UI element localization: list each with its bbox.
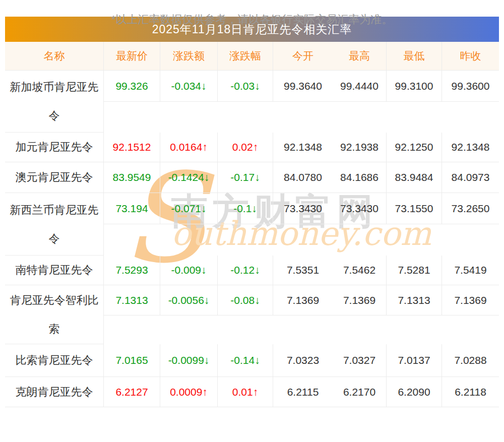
change-percent-cell: -0.1↓ bbox=[218, 193, 273, 224]
prev-close-cell: 73.2650 bbox=[442, 193, 499, 224]
low-cell: 7.5281 bbox=[387, 256, 442, 285]
change-amount-cell: 0.0164↑ bbox=[160, 133, 218, 162]
disclaimer-text: *以上汇率数据仅供参考，请以各银行实际交易汇率为准。 bbox=[0, 12, 504, 27]
change-percent-cell: -0.08↓ bbox=[218, 285, 273, 315]
currency-pair-name: 比索肯尼亚先令 bbox=[5, 344, 104, 377]
table-body: 新加坡币肯尼亚先令99.326-0.034↓-0.03↓99.364099.44… bbox=[5, 71, 499, 407]
column-header-latest: 最新价 bbox=[104, 42, 160, 70]
latest-price-cell: 83.9549 bbox=[104, 162, 160, 193]
table-row: 南特肯尼亚先令7.5293-0.009↓-0.12↓7.53517.54627.… bbox=[5, 256, 499, 285]
prev-close-cell: 6.2118 bbox=[442, 377, 499, 407]
column-header-change-pct: 涨跌幅 bbox=[218, 42, 273, 70]
table-row: 澳元肯尼亚先令83.9549-0.1424↓-0.17↓84.078084.16… bbox=[5, 162, 499, 193]
latest-price-cell: 6.2127 bbox=[104, 377, 160, 407]
currency-pair-name: 南特肯尼亚先令 bbox=[5, 256, 104, 285]
currency-pair-name: 加元肯尼亚先令 bbox=[5, 133, 104, 162]
row-spacer bbox=[104, 102, 499, 133]
change-amount-cell: -0.034↓ bbox=[160, 71, 218, 102]
low-cell: 7.0137 bbox=[387, 344, 442, 377]
high-cell: 6.2170 bbox=[333, 377, 387, 407]
open-cell: 7.0323 bbox=[273, 344, 333, 377]
low-cell: 99.3100 bbox=[387, 71, 442, 102]
high-cell: 7.5462 bbox=[333, 256, 387, 285]
high-cell: 99.4440 bbox=[333, 71, 387, 102]
change-percent-cell: -0.03↓ bbox=[218, 71, 273, 102]
open-cell: 73.3430 bbox=[273, 193, 333, 224]
row-spacer bbox=[104, 224, 499, 256]
change-percent-cell: 0.01↑ bbox=[218, 377, 273, 407]
change-percent-cell: -0.14↓ bbox=[218, 344, 273, 377]
table-row: 克朗肯尼亚先令6.21270.0009↑0.01↑6.21156.21706.2… bbox=[5, 377, 499, 407]
table-row: 新西兰币肯尼亚先令73.194-0.071↓-0.1↓73.343073.343… bbox=[5, 193, 499, 256]
low-cell: 7.1313 bbox=[387, 285, 442, 315]
change-percent-cell: -0.12↓ bbox=[218, 256, 273, 285]
table-row: 比索肯尼亚先令7.0165-0.0099↓-0.14↓7.03237.03277… bbox=[5, 344, 499, 377]
latest-price-cell: 99.326 bbox=[104, 71, 160, 102]
low-cell: 83.9484 bbox=[387, 162, 442, 193]
currency-pair-name: 澳元肯尼亚先令 bbox=[5, 162, 104, 193]
low-cell: 73.1550 bbox=[387, 193, 442, 224]
low-cell: 92.1250 bbox=[387, 133, 442, 162]
change-percent-cell: 0.02↑ bbox=[218, 133, 273, 162]
open-cell: 6.2115 bbox=[273, 377, 333, 407]
high-cell: 73.3430 bbox=[333, 193, 387, 224]
latest-price-cell: 7.1313 bbox=[104, 285, 160, 315]
low-cell: 6.2090 bbox=[387, 377, 442, 407]
high-cell: 84.1686 bbox=[333, 162, 387, 193]
prev-close-cell: 99.3600 bbox=[442, 71, 499, 102]
currency-pair-name: 新加坡币肯尼亚先令 bbox=[5, 71, 104, 133]
column-header-open: 今开 bbox=[273, 42, 333, 70]
latest-price-cell: 92.1512 bbox=[104, 133, 160, 162]
open-cell: 7.5351 bbox=[273, 256, 333, 285]
change-percent-cell: -0.17↓ bbox=[218, 162, 273, 193]
row-spacer bbox=[104, 315, 499, 344]
prev-close-cell: 92.1348 bbox=[442, 133, 499, 162]
rates-table: 2025年11月18日肯尼亚先令相关汇率 名称 最新价 涨跌额 涨跌幅 今开 最… bbox=[5, 17, 499, 407]
change-amount-cell: -0.071↓ bbox=[160, 193, 218, 224]
table-header-row: 名称 最新价 涨跌额 涨跌幅 今开 最高 最低 昨收 bbox=[5, 42, 499, 71]
table-row: 加元肯尼亚先令92.15120.0164↑0.02↑92.134892.1938… bbox=[5, 133, 499, 162]
column-header-high: 最高 bbox=[333, 42, 387, 70]
latest-price-cell: 7.0165 bbox=[104, 344, 160, 377]
table-row: 新加坡币肯尼亚先令99.326-0.034↓-0.03↓99.364099.44… bbox=[5, 71, 499, 133]
column-header-prev-close: 昨收 bbox=[442, 42, 499, 70]
prev-close-cell: 7.1369 bbox=[442, 285, 499, 315]
open-cell: 84.0780 bbox=[273, 162, 333, 193]
latest-price-cell: 7.5293 bbox=[104, 256, 160, 285]
change-amount-cell: 0.0009↑ bbox=[160, 377, 218, 407]
prev-close-cell: 7.5419 bbox=[442, 256, 499, 285]
change-amount-cell: -0.0099↓ bbox=[160, 344, 218, 377]
column-header-change: 涨跌额 bbox=[160, 42, 218, 70]
prev-close-cell: 84.0973 bbox=[442, 162, 499, 193]
currency-pair-name: 克朗肯尼亚先令 bbox=[5, 377, 104, 407]
currency-pair-name: 肯尼亚先令智利比索 bbox=[5, 285, 104, 344]
exchange-rate-page: 2025年11月18日肯尼亚先令相关汇率 名称 最新价 涨跌额 涨跌幅 今开 最… bbox=[0, 0, 504, 442]
change-amount-cell: -0.009↓ bbox=[160, 256, 218, 285]
column-header-name: 名称 bbox=[5, 42, 104, 70]
change-amount-cell: -0.0056↓ bbox=[160, 285, 218, 315]
high-cell: 7.0327 bbox=[333, 344, 387, 377]
open-cell: 99.3640 bbox=[273, 71, 333, 102]
high-cell: 7.1369 bbox=[333, 285, 387, 315]
change-amount-cell: -0.1424↓ bbox=[160, 162, 218, 193]
open-cell: 7.1369 bbox=[273, 285, 333, 315]
currency-pair-name: 新西兰币肯尼亚先令 bbox=[5, 193, 104, 256]
high-cell: 92.1938 bbox=[333, 133, 387, 162]
column-header-low: 最低 bbox=[387, 42, 442, 70]
table-row: 肯尼亚先令智利比索7.1313-0.0056↓-0.08↓7.13697.136… bbox=[5, 285, 499, 344]
open-cell: 92.1348 bbox=[273, 133, 333, 162]
prev-close-cell: 7.0288 bbox=[442, 344, 499, 377]
latest-price-cell: 73.194 bbox=[104, 193, 160, 224]
